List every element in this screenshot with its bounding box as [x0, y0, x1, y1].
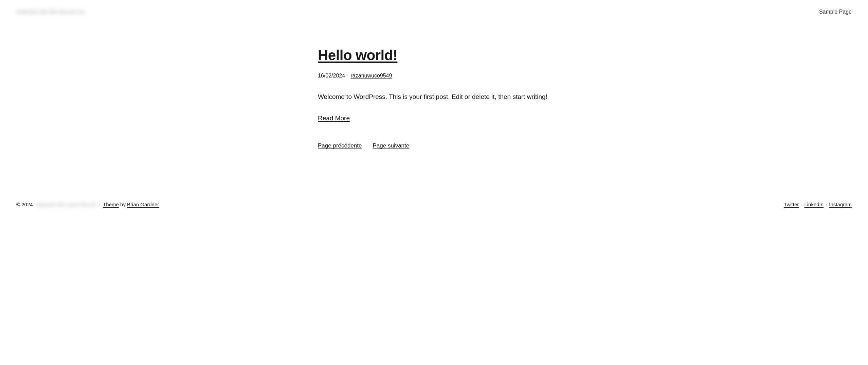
- post-author[interactable]: razanuwuco9549: [351, 71, 392, 80]
- pagination: Page précédente Page suivante: [318, 141, 550, 150]
- read-more-link[interactable]: Read More: [318, 113, 350, 123]
- social-sep-1: ·: [801, 201, 802, 209]
- site-footer: © 2024 redacted site name blurred · Them…: [0, 191, 868, 218]
- blog-post: Hello world! 16/02/2024 · razanuwuco9549…: [318, 44, 550, 137]
- footer-by: by: [120, 202, 127, 207]
- footer-site-name: redacted site name blurred: [36, 201, 96, 209]
- twitter-link[interactable]: Twitter: [784, 201, 799, 209]
- main-content: Hello world! 16/02/2024 · razanuwuco9549…: [302, 44, 566, 151]
- meta-separator: ·: [347, 71, 348, 80]
- social-sep-2: ·: [826, 201, 827, 209]
- site-header: redacted site title blurred out Sample P…: [0, 0, 868, 23]
- theme-link[interactable]: Theme: [103, 202, 119, 207]
- prev-page-link[interactable]: Page précédente: [318, 141, 362, 150]
- linkedin-link[interactable]: LinkedIn: [804, 201, 824, 209]
- main-nav: Sample Page: [819, 7, 852, 17]
- footer-theme-text: Theme by Brian Gardner: [103, 201, 159, 209]
- footer-copyright: © 2024: [16, 201, 33, 209]
- sample-page-link[interactable]: Sample Page: [819, 9, 852, 15]
- footer-separator: ·: [99, 201, 100, 209]
- post-title[interactable]: Hello world!: [318, 44, 550, 67]
- post-meta: 16/02/2024 · razanuwuco9549: [318, 71, 550, 80]
- theme-author-link[interactable]: Brian Gardner: [127, 202, 159, 207]
- footer-left: © 2024 redacted site name blurred · Them…: [16, 201, 159, 209]
- footer-social-links: Twitter · LinkedIn · Instagram: [784, 201, 852, 209]
- post-excerpt: Welcome to WordPress. This is your first…: [318, 91, 550, 102]
- post-date: 16/02/2024: [318, 71, 345, 80]
- site-title: redacted site title blurred out: [16, 7, 85, 16]
- instagram-link[interactable]: Instagram: [829, 201, 852, 209]
- next-page-link[interactable]: Page suivante: [373, 141, 410, 150]
